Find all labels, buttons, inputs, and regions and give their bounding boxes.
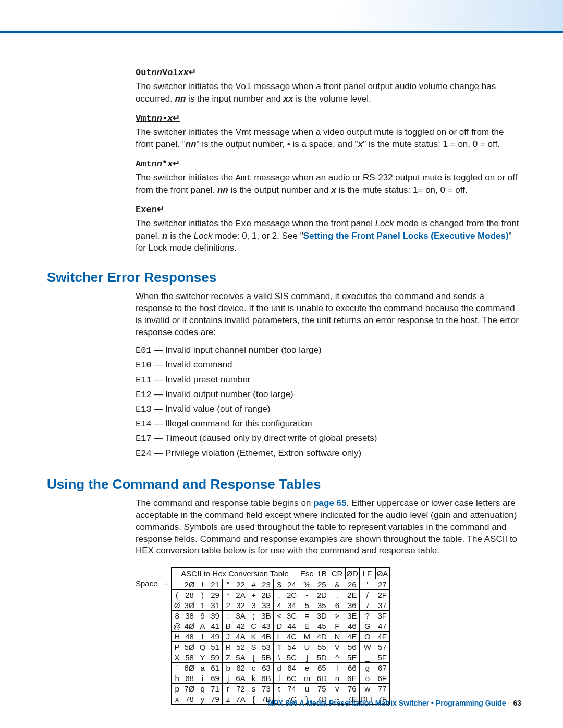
para-exe: The switcher initiates the Exe message w…: [136, 218, 521, 254]
ascii-table-wrap: Space → ASCII to Hex Conversion TableEsc…: [136, 567, 521, 705]
error-item: E01 — Invalid input channel number (too …: [136, 343, 521, 357]
link-page-65[interactable]: page 65: [313, 498, 346, 508]
error-item: E10 — Invalid command: [136, 357, 521, 372]
cmd-amt: Amtnn*x↵: [136, 158, 521, 169]
error-list: E01 — Invalid input channel number (too …: [136, 343, 521, 461]
arrow-icon: →: [161, 567, 169, 588]
cmd-exe: Exen↵: [136, 204, 521, 215]
space-label: Space: [136, 567, 158, 588]
error-item: E14 — Illegal command for this configura…: [136, 416, 521, 431]
cmd-outvol: OutnnVolxx↵: [136, 67, 521, 78]
para-error-intro: When the switcher receives a valid SIS c…: [136, 291, 521, 339]
para-vmt: The switcher initiates the Vmt message w…: [136, 127, 521, 151]
error-item: E17 — Timeout (caused only by direct wri…: [136, 431, 521, 446]
error-item: E13 — Invalid value (out of range): [136, 402, 521, 416]
ascii-hex-table: ASCII to Hex Conversion TableEsc1BCRØDLF…: [171, 567, 390, 705]
error-item: E12 — Invalid output number (too large): [136, 387, 521, 402]
cmd-vmt: Vmtnn•x↵: [136, 113, 521, 124]
para-amt: The switcher initiates the Amt message w…: [136, 172, 521, 196]
heading-cmd-tables: Using the Command and Response Tables: [47, 476, 521, 492]
error-item: E11 — Invalid preset number: [136, 373, 521, 387]
heading-error-responses: Switcher Error Responses: [47, 269, 521, 286]
header-gradient: [0, 0, 563, 31]
page-footer: MPX 866 A Media Presentation Matrix Swit…: [267, 699, 521, 707]
para-outvol: The switcher initiates the Vol message w…: [136, 81, 521, 105]
link-exec-modes[interactable]: Setting the Front Panel Locks (Executive…: [303, 231, 509, 241]
error-item: E24 — Privilege violation (Ethernet, Ext…: [136, 446, 521, 461]
para-cmd-tables: The command and response table begins on…: [136, 498, 521, 558]
